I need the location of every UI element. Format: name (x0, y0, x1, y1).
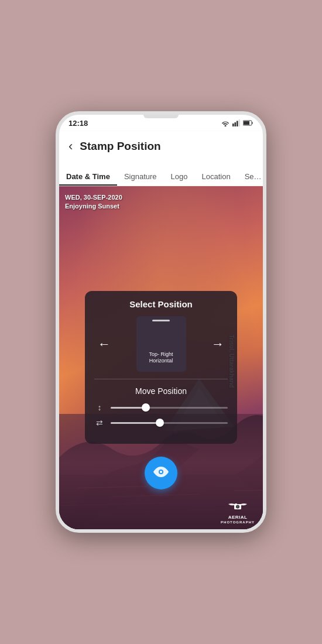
aerial-subtext: PHOTOGRAPHY (221, 520, 255, 525)
position-label-line2: Horizontal (136, 358, 186, 365)
horizontal-slider-row: ⇄ (94, 418, 228, 427)
back-button[interactable]: ‹ (68, 139, 73, 154)
position-selector: ← Top- Right Horizontal → (94, 316, 228, 372)
signal-icon (232, 119, 241, 126)
position-panel: Select Position ← Top- Right Horizontal … (85, 291, 237, 444)
tab-logo[interactable]: Logo (164, 167, 195, 186)
battery-icon (243, 120, 254, 126)
tabs-bar: Date & Time Signature Logo Location Se… (59, 162, 263, 186)
tab-settings[interactable]: Se… (238, 167, 263, 186)
svg-rect-0 (232, 124, 234, 126)
aerial-wings-icon (221, 499, 255, 515)
notch (143, 115, 179, 118)
position-preview: Top- Right Horizontal (136, 316, 186, 372)
svg-point-16 (237, 506, 239, 508)
svg-point-13 (160, 471, 162, 473)
svg-rect-17 (235, 503, 237, 505)
stamp-date-line1: WED, 30-SEP-2020 (65, 193, 122, 202)
page-title: Stamp Position (80, 140, 160, 153)
horizontal-slider-fill (111, 422, 160, 423)
app-bar: ‹ Stamp Position (59, 131, 263, 162)
stamp-date-text: WED, 30-SEP-2020 Enjoyning Sunset (65, 193, 122, 211)
vertical-slider-row: ↕ (94, 403, 228, 412)
vertical-slider-thumb (142, 403, 150, 412)
vertical-slider-icon: ↕ (94, 403, 105, 412)
eye-icon (153, 465, 169, 481)
horizontal-slider-thumb (156, 419, 164, 427)
next-position-button[interactable]: → (208, 333, 228, 355)
status-icons (221, 119, 254, 126)
divider (94, 379, 228, 379)
wifi-icon (221, 119, 230, 126)
stamp-subtitle: Enjoyning Sunset (65, 202, 122, 211)
horizontal-slider-track[interactable] (111, 422, 228, 423)
position-label: Top- Right Horizontal (136, 351, 186, 365)
photo-area: ~ ~~ WED, 30-SEP-2020 Enjoyning Sunset T… (59, 186, 263, 533)
tab-date-time[interactable]: Date & Time (59, 167, 117, 186)
tab-signature[interactable]: Signature (117, 167, 164, 186)
aerial-logo: Aerial PHOTOGRAPHY (221, 499, 255, 525)
preview-fab-button[interactable] (145, 457, 177, 489)
panel-title: Select Position (94, 299, 228, 309)
move-position-title: Move Position (94, 386, 228, 396)
horizontal-slider-icon: ⇄ (94, 418, 105, 427)
svg-rect-5 (244, 121, 249, 125)
svg-rect-2 (237, 121, 238, 127)
vertical-slider-track[interactable] (111, 406, 228, 408)
position-indicator (152, 320, 170, 321)
vertical-slider-fill (111, 406, 146, 408)
position-label-line1: Top- Right (136, 351, 186, 358)
status-time: 12:18 (68, 119, 88, 128)
aerial-name: Aerial (221, 515, 255, 520)
prev-position-button[interactable]: ← (94, 333, 114, 355)
svg-rect-3 (239, 119, 241, 126)
svg-rect-1 (235, 122, 237, 126)
tab-location[interactable]: Location (194, 167, 237, 186)
phone-frame: 12:18 ‹ Stamp Position (56, 111, 266, 533)
